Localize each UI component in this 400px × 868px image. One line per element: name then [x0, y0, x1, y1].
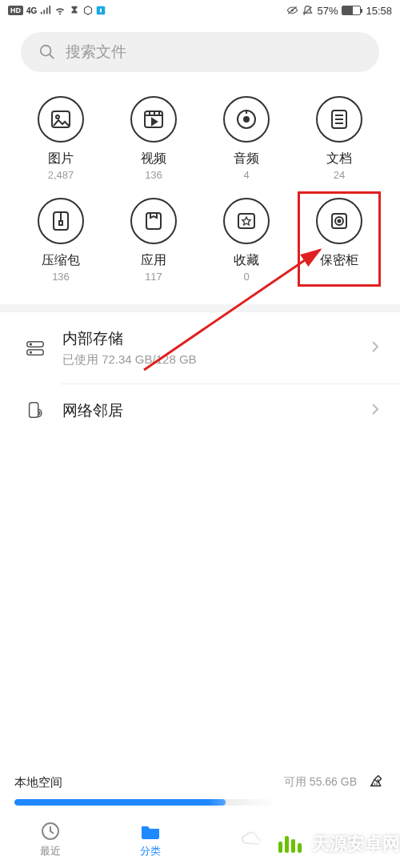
- category-safe[interactable]: 保密柜: [293, 187, 386, 288]
- category-archives[interactable]: 压缩包 136: [14, 187, 107, 288]
- audio-icon: [235, 108, 258, 131]
- category-apps[interactable]: 应用 117: [107, 187, 200, 288]
- chevron-right-icon: [371, 340, 379, 356]
- app-indicator-icon: [96, 6, 106, 15]
- nav-recent[interactable]: 最近: [0, 822, 100, 858]
- svg-rect-39: [285, 836, 289, 853]
- network-type: 4G: [26, 6, 37, 15]
- document-icon: [328, 108, 350, 131]
- bell-muted-icon: [302, 5, 314, 17]
- category-grid: 图片 2,487 视频 136 音频 4 文档 24 压缩包 136 应用 11…: [0, 80, 400, 304]
- category-count: 117: [145, 271, 162, 283]
- nav-categories[interactable]: 分类: [100, 822, 200, 858]
- folder-icon: [139, 822, 162, 841]
- chevron-right-icon: [371, 403, 379, 419]
- wifi-icon: [54, 5, 66, 16]
- category-count: 136: [145, 169, 162, 182]
- safe-icon: [328, 210, 350, 232]
- row-title: 网络邻居: [62, 400, 371, 421]
- svg-point-7: [56, 115, 59, 119]
- row-title: 内部存储: [62, 328, 371, 349]
- category-label: 压缩包: [42, 252, 80, 269]
- watermark-logo-icon: [274, 828, 306, 860]
- svg-point-25: [335, 217, 343, 225]
- category-count: 0: [243, 271, 249, 283]
- category-label: 音频: [234, 151, 259, 167]
- network-icon: [25, 400, 46, 421]
- storage-icon: [25, 338, 46, 359]
- search-placeholder: 搜索文件: [66, 42, 126, 62]
- svg-point-14: [244, 117, 249, 122]
- category-count: 136: [52, 271, 70, 283]
- category-label: 应用: [141, 252, 166, 269]
- category-images[interactable]: 图片 2,487: [14, 85, 107, 187]
- svg-rect-21: [59, 221, 62, 225]
- row-network-neighborhood[interactable]: 网络邻居: [0, 384, 400, 437]
- svg-point-4: [41, 46, 51, 56]
- video-icon: [142, 108, 165, 131]
- hd-badge: HD: [8, 6, 23, 15]
- category-audio[interactable]: 音频 4: [200, 85, 293, 187]
- category-label: 视频: [141, 151, 166, 167]
- category-count: 4: [243, 169, 249, 182]
- svg-rect-24: [332, 214, 346, 228]
- category-videos[interactable]: 视频 136: [107, 85, 200, 187]
- svg-point-26: [338, 220, 341, 223]
- row-subtitle: 已使用 72.34 GB/128 GB: [62, 352, 371, 368]
- hexagon-icon: [83, 6, 93, 15]
- category-label: 文档: [326, 151, 352, 167]
- local-space-available: 可用 55.66 GB: [62, 775, 357, 790]
- nav-label: 分类: [140, 844, 161, 858]
- clock-time: 15:58: [366, 5, 392, 17]
- svg-point-30: [30, 352, 32, 353]
- svg-rect-40: [291, 839, 295, 853]
- watermark: 天源安卓网: [274, 828, 400, 860]
- svg-line-5: [50, 54, 54, 59]
- signal-icon: [40, 5, 51, 16]
- nav-label: 最近: [40, 844, 61, 858]
- category-label: 图片: [48, 151, 74, 167]
- section-divider: [0, 304, 400, 312]
- eye-icon: [286, 5, 298, 17]
- search-input[interactable]: 搜索文件: [21, 32, 379, 72]
- svg-rect-31: [30, 403, 38, 418]
- local-space-bar: 本地空间 可用 55.66 GB: [0, 767, 400, 794]
- category-label: 保密柜: [320, 252, 358, 269]
- category-favorites[interactable]: 收藏 0: [200, 187, 293, 288]
- category-count: 24: [334, 169, 345, 182]
- svg-point-29: [30, 343, 32, 344]
- watermark-text: 天源安卓网: [312, 832, 400, 856]
- category-count: 2,487: [48, 169, 74, 182]
- local-space-label: 本地空间: [14, 775, 62, 790]
- star-icon: [235, 210, 258, 232]
- svg-rect-41: [298, 843, 302, 853]
- category-docs[interactable]: 文档 24: [293, 85, 386, 187]
- battery-percent: 57%: [317, 5, 338, 17]
- archive-icon: [50, 210, 72, 232]
- category-label: 收藏: [234, 252, 259, 269]
- svg-rect-38: [278, 842, 282, 853]
- row-internal-storage[interactable]: 内部存储 已使用 72.34 GB/128 GB: [0, 312, 400, 384]
- clean-icon[interactable]: [368, 774, 386, 791]
- status-bar: HD 4G 57% 15:58: [0, 0, 400, 21]
- clock-icon: [39, 822, 62, 841]
- search-icon: [38, 43, 56, 61]
- app-icon: [142, 210, 165, 232]
- image-icon: [50, 108, 72, 131]
- hourglass-icon: [69, 5, 80, 16]
- battery-icon: [341, 6, 362, 15]
